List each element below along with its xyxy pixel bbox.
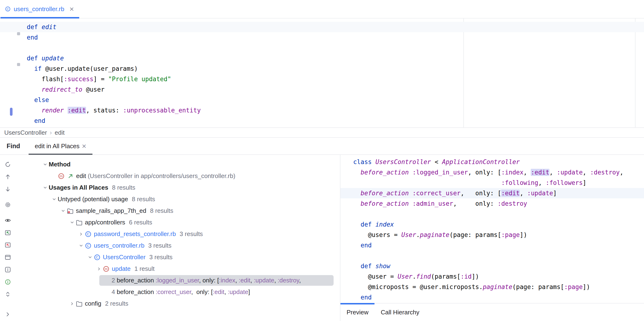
code-line: end [340, 292, 644, 302]
code-token: :unprocessable_entity [123, 107, 201, 114]
code-token: ] [583, 179, 586, 186]
tree-row[interactable]: mupdate1 result [16, 263, 340, 275]
code-line: else [0, 95, 644, 105]
code-token: 4 [112, 288, 117, 295]
code-token: def [360, 221, 372, 228]
code-token: , [299, 277, 301, 284]
open-in-editor-button[interactable] [4, 229, 12, 237]
code-token: :logged_in_user [412, 169, 468, 176]
chevron-right-icon[interactable] [96, 265, 102, 272]
open-in-new-tab-button[interactable] [4, 241, 12, 249]
more-button[interactable] [4, 310, 12, 318]
rerun-button[interactable] [4, 160, 12, 169]
breadcrumb-item[interactable]: edit [54, 129, 64, 136]
find-toolbar [0, 155, 16, 321]
info-button[interactable] [4, 266, 12, 274]
settings-button[interactable] [4, 201, 12, 209]
code-line: if @user.update(user_params) [0, 63, 644, 74]
result-count: 8 results [112, 184, 135, 191]
open-in-new-tab-icon [4, 242, 11, 248]
tree-row[interactable]: Usages in All Places8 results [16, 182, 340, 193]
tree-row[interactable]: Cpassword_resets_controller.rb3 results [16, 228, 340, 240]
code-token [20, 96, 34, 103]
chevron-right-icon[interactable] [78, 231, 85, 238]
tree-row[interactable]: config2 results [16, 298, 340, 309]
tree-row[interactable]: CUsersController3 results [16, 251, 340, 263]
tab-preview[interactable]: Preview [340, 303, 374, 321]
code-line [340, 250, 644, 261]
chevron-down-icon[interactable] [68, 219, 76, 226]
code-token: show [376, 262, 390, 270]
code-token: , [520, 190, 527, 197]
expand-all-icon [4, 291, 11, 297]
code-token: def [360, 262, 372, 270]
code-line: end [0, 32, 644, 43]
code-token [353, 179, 501, 186]
code-line: :following, :followers] [340, 178, 644, 188]
expand-all-button[interactable] [4, 290, 12, 298]
code-token: :index [501, 169, 524, 176]
tree-row-label: Usages in All Places [49, 184, 108, 191]
close-icon[interactable]: × [82, 142, 86, 150]
folder-icon [76, 300, 83, 307]
inspector-button[interactable] [4, 278, 12, 286]
code-token [64, 107, 68, 114]
code-token: User [402, 231, 416, 238]
svg-text:C: C [87, 232, 90, 236]
code-token [38, 24, 42, 31]
code-line: @microposts = @user.microposts.paginate(… [340, 282, 644, 292]
chevron-down-icon[interactable] [78, 242, 85, 249]
tree-row[interactable]: Untyped (potential) usage8 results [16, 193, 340, 205]
folder-icon [76, 219, 83, 226]
code-token [353, 190, 360, 197]
preview-button[interactable] [4, 216, 12, 224]
find-toolwindow: Find edit in All Places × Methodmedit (U… [0, 137, 644, 321]
tree-row[interactable]: 4 before_action :correct_user, only: [:e… [16, 286, 340, 298]
code-token: "Profile updated" [108, 76, 171, 83]
chevron-down-icon[interactable] [50, 196, 58, 203]
tree-row-label: edit (UsersController in app/controllers… [76, 172, 235, 180]
code-token [353, 242, 360, 249]
chevron-down-icon[interactable] [42, 161, 49, 168]
editor-tab[interactable]: C users_controller.rb × [0, 0, 79, 18]
code-editor[interactable]: def edit end def update if @user.update(… [0, 19, 644, 127]
code-token: @user = [353, 273, 398, 280]
chevron-down-icon[interactable] [86, 254, 94, 261]
code-line: flash[:success] = "Profile updated" [0, 74, 644, 84]
previous-occurrence-button[interactable] [4, 173, 12, 181]
code-token: :followers [546, 179, 583, 186]
tree-row[interactable]: app/controllers6 results [16, 217, 340, 228]
open-in-editor-icon [4, 229, 11, 236]
code-line: redirect_to @user [0, 84, 644, 95]
chevron-down-icon[interactable] [60, 207, 67, 215]
tree-row[interactable]: medit (UsersController in app/controller… [16, 170, 340, 182]
breadcrumb-item[interactable]: UsersController [4, 129, 47, 136]
chevron-down-icon[interactable] [42, 184, 49, 191]
preview-code[interactable]: class UsersController < ApplicationContr… [340, 155, 644, 321]
code-token: (page: params[ [450, 231, 501, 238]
code-token: class [353, 158, 372, 166]
close-icon[interactable]: × [70, 5, 74, 13]
code-token: :update [557, 169, 583, 176]
next-occurrence-button[interactable] [4, 185, 12, 193]
tree-row[interactable]: 2 before_action :logged_in_user, only: [… [16, 275, 340, 286]
tree-row[interactable]: sample_rails_app_7th_ed8 results [16, 205, 340, 217]
tree-row-label: sample_rails_app_7th_ed [76, 207, 146, 215]
code-token: :edit [213, 288, 224, 295]
tree-row[interactable]: Cusers_controller.rb3 results [16, 240, 340, 251]
code-token: else [34, 96, 49, 103]
code-token: app/controllers [85, 219, 125, 226]
code-token: :correct_user [156, 288, 191, 295]
rerun-icon [4, 161, 11, 168]
tab-call-hierarchy[interactable]: Call Hierarchy [374, 303, 425, 321]
find-results-tab[interactable]: edit in All Places × [28, 138, 92, 154]
code-token: edit [76, 172, 88, 180]
chevron-right-icon[interactable] [68, 300, 76, 307]
code-token: before_action [117, 288, 156, 295]
code-token: paginate [483, 283, 512, 290]
tree-row[interactable]: Method [16, 158, 340, 170]
code-token: end [360, 242, 372, 249]
code-line: def index [340, 219, 644, 230]
pin-window-button[interactable] [4, 253, 12, 261]
editor-tab-bar: C users_controller.rb × [0, 0, 644, 19]
